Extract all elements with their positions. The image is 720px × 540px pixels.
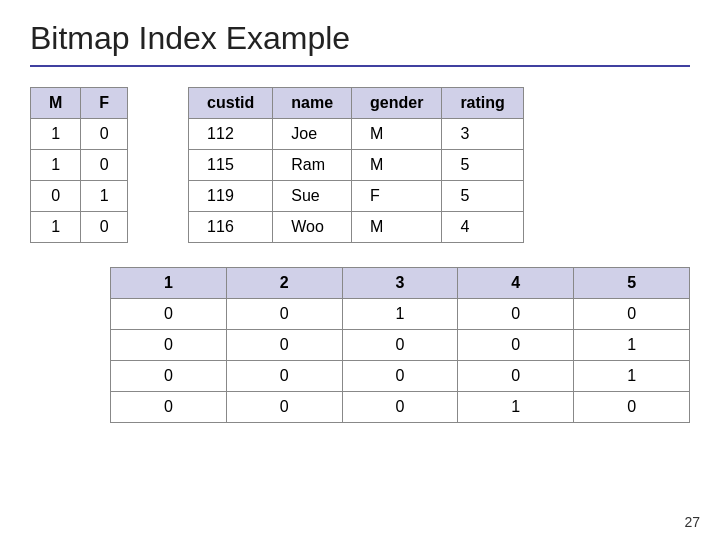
table-cell: 5 (442, 150, 523, 181)
table-row: 119SueF5 (189, 181, 524, 212)
table-cell: M (352, 212, 442, 243)
table-cell: 0 (342, 361, 458, 392)
page-number: 27 (684, 514, 700, 530)
table-cell: 0 (111, 330, 227, 361)
table-row: 00001 (111, 330, 690, 361)
bitmap-col-header: 4 (458, 268, 574, 299)
table-cell: 0 (226, 299, 342, 330)
table-cell: Ram (273, 150, 352, 181)
main-table: custidnamegenderrating 112JoeM3115RamM51… (188, 87, 524, 243)
table-row: 00001 (111, 361, 690, 392)
table-row: 116WooM4 (189, 212, 524, 243)
bitmap-table: 12345 00100000010000100010 (110, 267, 690, 423)
table-cell: 1 (31, 119, 81, 150)
table-row: 00010 (111, 392, 690, 423)
table-row: 00100 (111, 299, 690, 330)
main-col-header: rating (442, 88, 523, 119)
table-cell: 1 (31, 212, 81, 243)
table-cell: 0 (31, 181, 81, 212)
table-cell: 0 (226, 392, 342, 423)
table-cell: M (352, 150, 442, 181)
bitmap-col-header: 5 (574, 268, 690, 299)
table-cell: 1 (574, 361, 690, 392)
top-section: MF 10100110 custidnamegenderrating 112Jo… (30, 87, 690, 243)
mf-col-header: M (31, 88, 81, 119)
bitmap-col-header: 3 (342, 268, 458, 299)
table-cell: 0 (111, 392, 227, 423)
table-cell: 112 (189, 119, 273, 150)
mf-col-header: F (81, 88, 128, 119)
page-title: Bitmap Index Example (0, 0, 720, 65)
table-cell: 0 (458, 330, 574, 361)
table-row: 01 (31, 181, 128, 212)
table-cell: 0 (111, 299, 227, 330)
table-row: 115RamM5 (189, 150, 524, 181)
table-cell: 0 (574, 392, 690, 423)
table-cell: 5 (442, 181, 523, 212)
table-cell: 1 (458, 392, 574, 423)
table-cell: 0 (81, 150, 128, 181)
content-area: MF 10100110 custidnamegenderrating 112Jo… (0, 87, 720, 423)
table-cell: 0 (574, 299, 690, 330)
table-cell: 0 (81, 119, 128, 150)
table-cell: 1 (81, 181, 128, 212)
mf-table: MF 10100110 (30, 87, 128, 243)
table-cell: 4 (442, 212, 523, 243)
table-cell: Sue (273, 181, 352, 212)
main-col-header: gender (352, 88, 442, 119)
title-divider (30, 65, 690, 67)
table-row: 10 (31, 119, 128, 150)
table-cell: 0 (81, 212, 128, 243)
table-cell: 0 (458, 299, 574, 330)
bitmap-col-header: 2 (226, 268, 342, 299)
table-row: 10 (31, 150, 128, 181)
table-cell: 0 (226, 361, 342, 392)
table-row: 112JoeM3 (189, 119, 524, 150)
table-cell: 1 (574, 330, 690, 361)
bitmap-col-header: 1 (111, 268, 227, 299)
table-cell: 0 (458, 361, 574, 392)
main-col-header: custid (189, 88, 273, 119)
table-cell: 1 (31, 150, 81, 181)
table-cell: M (352, 119, 442, 150)
table-cell: 1 (342, 299, 458, 330)
table-cell: Joe (273, 119, 352, 150)
table-cell: 0 (342, 330, 458, 361)
table-cell: 115 (189, 150, 273, 181)
table-cell: 116 (189, 212, 273, 243)
table-cell: 0 (342, 392, 458, 423)
table-cell: 0 (111, 361, 227, 392)
table-cell: Woo (273, 212, 352, 243)
main-col-header: name (273, 88, 352, 119)
table-cell: 119 (189, 181, 273, 212)
table-row: 10 (31, 212, 128, 243)
table-cell: 0 (226, 330, 342, 361)
table-cell: F (352, 181, 442, 212)
table-cell: 3 (442, 119, 523, 150)
